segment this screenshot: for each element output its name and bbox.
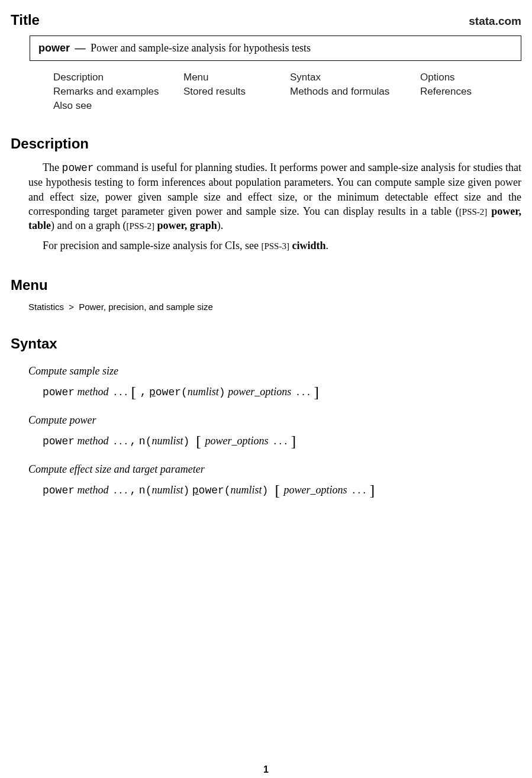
text: ) and on a graph ( xyxy=(51,219,126,231)
arg-numlist: numlist xyxy=(151,435,183,447)
arg-method: method xyxy=(78,386,109,398)
comma: , xyxy=(140,386,147,398)
arg-power-options: power_options xyxy=(284,484,347,496)
ref-pss2: [PSS-2] xyxy=(126,221,154,231)
nav-stored-results[interactable]: Stored results xyxy=(183,86,290,98)
comma: , xyxy=(130,435,137,447)
kw-n: n( xyxy=(139,435,152,447)
rparen: ) xyxy=(183,485,189,496)
lbracket: [ xyxy=(273,482,281,499)
page-title: Title xyxy=(11,12,40,28)
nav-remarks[interactable]: Remarks and examples xyxy=(53,86,183,98)
section-nav: Description Menu Syntax Options Remarks … xyxy=(53,72,498,112)
syntax-heading: Syntax xyxy=(11,335,521,352)
ul-p: p xyxy=(192,485,199,496)
menu-statistics: Statistics xyxy=(28,302,64,312)
kw-ower: ower( xyxy=(199,485,231,496)
dots: . . . xyxy=(114,484,128,496)
syntax-line-3: power method . . . , n(numlist) power(nu… xyxy=(43,482,521,499)
nav-description[interactable]: Description xyxy=(53,72,183,83)
nav-references[interactable]: References xyxy=(420,86,527,98)
text: The xyxy=(43,162,62,173)
title-box: power — Power and sample-size analysis f… xyxy=(30,35,521,61)
menu-path: Statistics > Power, precision, and sampl… xyxy=(28,302,521,312)
syntax-sub-sample-size: Compute sample size xyxy=(28,365,521,377)
syntax-line-2: power method . . . , n(numlist) [ power_… xyxy=(43,432,521,450)
rparen: ) xyxy=(219,386,225,398)
comma: , xyxy=(130,485,137,496)
text: For precision and sample-size analysis f… xyxy=(43,240,261,251)
ref-ciwidth: ciwidth xyxy=(289,240,326,251)
nav-menu[interactable]: Menu xyxy=(183,72,290,83)
nav-also-see[interactable]: Also see xyxy=(53,100,183,112)
syntax-body: Compute sample size power method . . . [… xyxy=(28,365,521,499)
ref-pss2: [PSS-2] xyxy=(459,207,488,217)
kw-ower: ower( xyxy=(156,386,188,398)
nav-options[interactable]: Options xyxy=(420,72,527,83)
kw-power: power xyxy=(43,485,75,496)
dots: . . . xyxy=(273,435,287,447)
kw-power: power xyxy=(43,435,75,447)
arg-numlist: numlist xyxy=(231,484,262,496)
ul-p: p xyxy=(149,386,156,398)
syntax-sub-effect: Compute effect size and target parameter xyxy=(28,463,521,476)
arg-method: method xyxy=(78,435,109,447)
kw-n: n( xyxy=(139,485,152,496)
arg-method: method xyxy=(78,484,109,496)
dots: . . . xyxy=(353,484,366,496)
description-body: The power command is useful for planning… xyxy=(28,160,521,253)
text: ). xyxy=(217,219,224,231)
text: . xyxy=(325,240,328,251)
site-link[interactable]: stata.com xyxy=(469,15,521,28)
command-desc: Power and sample-size analysis for hypot… xyxy=(91,42,311,54)
menu-heading: Menu xyxy=(11,277,521,293)
kw-power: power xyxy=(43,386,75,398)
arg-power-options: power_options xyxy=(228,386,291,398)
syntax-line-1: power method . . . [ , power(numlist) po… xyxy=(43,383,521,401)
arg-numlist: numlist xyxy=(188,386,219,398)
ref-pss3: [PSS-3] xyxy=(261,241,289,251)
menu-power: Power, precision, and sample size xyxy=(79,302,213,312)
emdash: — xyxy=(73,42,88,54)
dots: . . . xyxy=(296,386,310,398)
tt-power: power xyxy=(62,162,94,174)
ref-power-graph: power, graph xyxy=(154,219,217,231)
lbracket: [ xyxy=(130,383,138,401)
syntax-sub-power: Compute power xyxy=(28,414,521,427)
rbracket: ] xyxy=(312,383,320,401)
dots: . . . xyxy=(114,386,128,398)
lbracket: [ xyxy=(195,432,202,450)
rparen: ) xyxy=(262,485,269,496)
arg-numlist: numlist xyxy=(151,484,183,496)
rbracket: ] xyxy=(289,432,297,450)
chevron-right-icon: > xyxy=(66,302,76,312)
rparen: ) xyxy=(183,435,189,447)
rbracket: ] xyxy=(369,482,376,499)
command-name: power xyxy=(38,42,70,54)
description-heading: Description xyxy=(11,135,521,152)
nav-syntax[interactable]: Syntax xyxy=(290,72,420,83)
dots: . . . xyxy=(114,435,128,447)
nav-methods[interactable]: Methods and formulas xyxy=(290,86,420,98)
page-number: 1 xyxy=(0,764,532,775)
arg-power-options: power_options xyxy=(205,435,268,447)
text: command is useful for planning studies. … xyxy=(28,162,521,217)
